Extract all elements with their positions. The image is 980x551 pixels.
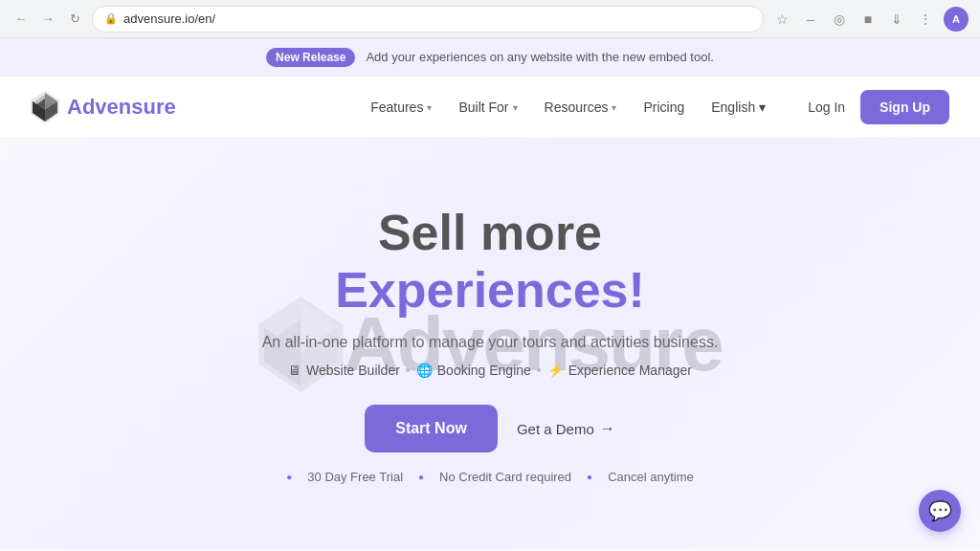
- features-chevron-icon: ▾: [427, 102, 432, 113]
- booking-engine-icon: 🌐: [416, 363, 433, 378]
- forward-button[interactable]: →: [38, 10, 57, 29]
- login-link[interactable]: Log In: [792, 92, 860, 122]
- experience-manager-icon: ⚡: [547, 363, 564, 378]
- arrow-icon: →: [600, 420, 615, 437]
- start-now-button[interactable]: Start Now: [365, 405, 498, 452]
- booking-engine-label: Booking Engine: [437, 363, 531, 378]
- resources-chevron-icon: ▾: [612, 102, 616, 113]
- hero-cta: Start Now Get a Demo →: [262, 405, 719, 452]
- nav-links: Features ▾ Built For ▾ Resources ▾ Prici…: [359, 92, 777, 122]
- logo[interactable]: Advensure: [31, 91, 176, 123]
- hero-section: Advensure Sell more Experiences! An all-…: [0, 139, 980, 550]
- menu-button[interactable]: ⋮: [915, 9, 936, 30]
- hero-headline: Sell more Experiences!: [262, 205, 719, 320]
- browser-actions: ☆ – ◎ ■ ⇓ ⋮ A: [771, 7, 969, 32]
- trial-dot-2: ●: [418, 472, 424, 482]
- cancel-text: Cancel anytime: [608, 470, 694, 484]
- lock-icon: 🔒: [104, 12, 118, 25]
- feature-booking-engine: 🌐 Booking Engine: [416, 363, 531, 378]
- signup-button[interactable]: Sign Up: [860, 90, 949, 124]
- experience-manager-label: Experience Manager: [568, 363, 692, 378]
- minimize-button[interactable]: –: [800, 9, 821, 30]
- pricing-link[interactable]: Pricing: [632, 92, 696, 122]
- language-selector[interactable]: English ▾: [700, 92, 777, 122]
- navigation: Advensure Features ▾ Built For ▾ Resourc…: [0, 77, 980, 139]
- extensions-button[interactable]: ◎: [829, 9, 850, 30]
- address-bar[interactable]: 🔒 advensure.io/en/: [92, 6, 764, 33]
- chat-bubble[interactable]: 💬: [919, 490, 961, 532]
- trial-info: ● 30 Day Free Trial ● No Credit Card req…: [262, 470, 719, 484]
- reload-button[interactable]: ↻: [65, 10, 84, 29]
- trial-text: 30 Day Free Trial: [307, 470, 403, 484]
- feature-website-builder: 🖥 Website Builder: [288, 363, 400, 378]
- no-cc-text: No Credit Card required: [439, 470, 571, 484]
- resources-menu[interactable]: Resources ▾: [533, 92, 629, 122]
- url-text: advensure.io/en/: [123, 11, 215, 26]
- lang-chevron-icon: ▾: [759, 99, 766, 115]
- bookmark-button[interactable]: ☆: [771, 9, 792, 30]
- hero-subtext: An all-in-one platform to manage your to…: [262, 334, 719, 351]
- hero-content: Sell more Experiences! An all-in-one pla…: [262, 205, 719, 485]
- logo-text: Advensure: [67, 95, 176, 120]
- announcement-bar: New Release Add your experiences on any …: [0, 38, 980, 77]
- website-builder-icon: 🖥: [288, 363, 301, 378]
- get-demo-button[interactable]: Get a Demo →: [517, 420, 615, 437]
- chat-icon: 💬: [928, 499, 952, 522]
- logo-icon: [31, 91, 59, 123]
- puzzle-button[interactable]: ■: [858, 9, 879, 30]
- headline-line2: Experiences!: [262, 262, 719, 320]
- headline-line1: Sell more: [262, 205, 719, 262]
- feature-experience-manager: ⚡ Experience Manager: [547, 363, 692, 378]
- profile-button[interactable]: A: [944, 7, 969, 32]
- download-button[interactable]: ⇓: [886, 9, 907, 30]
- website-builder-label: Website Builder: [306, 363, 400, 378]
- features-menu[interactable]: Features ▾: [359, 92, 443, 122]
- trial-dot-3: ●: [587, 472, 592, 482]
- announcement-text: Add your experiences on any website with…: [366, 50, 714, 64]
- website: New Release Add your experiences on any …: [0, 38, 980, 550]
- browser-chrome: ← → ↻ 🔒 advensure.io/en/ ☆ – ◎ ■ ⇓ ⋮ A: [0, 0, 980, 38]
- get-demo-label: Get a Demo: [517, 421, 594, 437]
- hero-features: 🖥 Website Builder • 🌐 Booking Engine • ⚡…: [262, 363, 719, 378]
- new-release-badge: New Release: [266, 48, 355, 67]
- back-button[interactable]: ←: [11, 10, 31, 29]
- built-for-menu[interactable]: Built For ▾: [447, 92, 528, 122]
- trial-dot-1: ●: [286, 472, 292, 482]
- built-for-chevron-icon: ▾: [513, 102, 518, 113]
